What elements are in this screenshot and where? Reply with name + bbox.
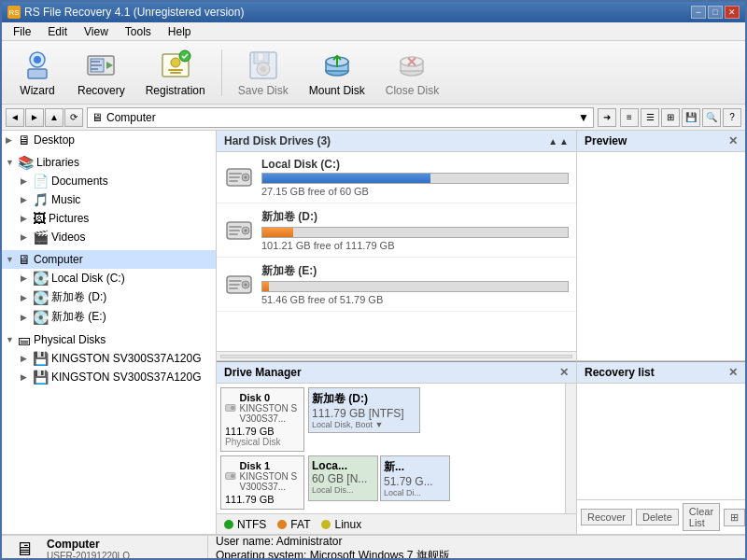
disk-0-name: Disk 0 — [240, 392, 300, 403]
drive-item-c[interactable]: Local Disk (C:) 27.15 GB free of 60 GB — [217, 152, 576, 203]
wizard-button[interactable]: Wizard — [9, 44, 65, 102]
drive-item-d[interactable]: 新加卷 (D:) 101.21 GB free of 111.79 GB — [217, 203, 576, 258]
drive-list-scroll-up[interactable]: ▲ — [559, 136, 569, 147]
nav-refresh[interactable]: ⟳ — [64, 108, 83, 127]
dm-scroll[interactable]: Disk 0 KINGSTON SV300S37... 111.79 GB Ph… — [217, 384, 565, 513]
menu-help[interactable]: Help — [161, 23, 199, 40]
tree-physical[interactable]: ▼ 🖴 Physical Disks — [2, 330, 216, 349]
minimize-button[interactable]: – — [691, 6, 706, 19]
view-save-btn[interactable]: 💾 — [682, 108, 700, 127]
preview-panel: Preview ✕ — [577, 131, 745, 360]
status-username: User name: Administrator — [216, 535, 738, 548]
tree-kingston-1-label: KINGSTON SV300S37A120G — [51, 352, 202, 365]
clear-list-button[interactable]: Clear List — [683, 503, 720, 531]
registration-button[interactable]: Registration — [137, 44, 214, 102]
svg-rect-5 — [91, 61, 100, 63]
tree-arrow-libraries: ▼ — [6, 158, 15, 167]
tree-documents[interactable]: ▶ 📄 Documents — [2, 172, 216, 190]
dm-content: Disk 0 KINGSTON SV300S37... 111.79 GB Ph… — [217, 384, 576, 513]
disk-1-part-e[interactable]: 新... 51.79 G... Local Di... — [380, 455, 450, 501]
svg-rect-27 — [229, 173, 242, 175]
legend-linux-label: Linux — [334, 518, 361, 531]
svg-point-9 — [171, 58, 180, 67]
tree-computer[interactable]: ▼ 🖥 Computer — [2, 250, 216, 269]
address-path: Computer — [106, 111, 156, 124]
tree-vol-d[interactable]: ▶ 💽 新加卷 (D:) — [2, 287, 216, 307]
drive-e-name: 新加卷 (E:) — [261, 263, 569, 279]
status-info: Computer USER-20191220LO — [47, 538, 130, 561]
tree-vol-e[interactable]: ▶ 💽 新加卷 (E:) — [2, 307, 216, 327]
menu-view[interactable]: View — [77, 23, 116, 40]
disk-1-part-c[interactable]: Loca... 60 GB [N... Local Dis... — [308, 455, 378, 501]
videos-icon: 🎬 — [33, 230, 49, 245]
drive-d-name: 新加卷 (D:) — [261, 209, 569, 225]
tree-vol-e-label: 新加卷 (E:) — [51, 309, 106, 325]
view-tiles-btn[interactable]: ⊞ — [661, 108, 680, 127]
svg-rect-7 — [91, 68, 98, 70]
maximize-button[interactable]: □ — [708, 6, 723, 19]
close-button[interactable]: ✕ — [725, 6, 740, 19]
disk-0-label: Disk 0 KINGSTON SV300S37... 111.79 GB Ph… — [220, 387, 304, 452]
disk-e-icon: 💽 — [33, 310, 49, 325]
recovery-icon — [84, 49, 118, 82]
tree-kingston-2-label: KINGSTON SV300S37A120G — [51, 371, 202, 384]
rl-extra-button[interactable]: ⊞ — [724, 509, 745, 526]
tree-music-label: Music — [51, 193, 80, 206]
status-left: 🖥 Computer USER-20191220LO — [9, 535, 196, 560]
drive-list-collapse[interactable]: ▲ — [548, 136, 557, 147]
tree-videos[interactable]: ▶ 🎬 Videos — [2, 228, 216, 246]
address-combo[interactable]: 🖥 Computer ▼ — [87, 107, 594, 128]
window-controls[interactable]: – □ ✕ — [691, 6, 740, 19]
addr-go-btn[interactable]: ➜ — [598, 108, 616, 127]
nav-back[interactable]: ◄ — [6, 108, 24, 127]
dm-close[interactable]: ✕ — [559, 366, 569, 379]
close-disk-button[interactable]: Close Disk — [377, 44, 447, 102]
recovery-button[interactable]: Recovery — [69, 44, 134, 102]
disk-0-part-d[interactable]: 新加卷 (D:) 111.79 GB [NTFS] Local Disk, Bo… — [308, 387, 420, 433]
svg-point-47 — [233, 475, 233, 476]
computer-tree-icon: 🖥 — [18, 252, 31, 267]
mount-disk-button[interactable]: Mount Disk — [301, 44, 374, 102]
drive-e-bar-bg — [261, 281, 569, 292]
menu-tools[interactable]: Tools — [118, 23, 159, 40]
nav-up[interactable]: ▲ — [45, 108, 63, 127]
rl-close[interactable]: ✕ — [728, 366, 738, 379]
legend-fat: FAT — [277, 518, 310, 531]
delete-button[interactable]: Delete — [636, 509, 679, 525]
nav-forward[interactable]: ► — [25, 108, 44, 127]
tree-local-c[interactable]: ▶ 💽 Local Disk (C:) — [2, 269, 216, 287]
dm-scrollbar[interactable] — [565, 384, 576, 513]
search-btn[interactable]: 🔍 — [702, 108, 721, 127]
tree-computer-label: Computer — [34, 253, 83, 266]
svg-point-2 — [34, 56, 41, 63]
tree-libraries[interactable]: ▼ 📚 Libraries — [2, 153, 216, 172]
save-disk-button[interactable]: Save Disk — [230, 44, 297, 102]
disk-0-part-d-tags: Local Disk, Boot ▼ — [312, 420, 416, 429]
tree-arrow-k2: ▶ — [21, 372, 30, 382]
menu-file[interactable]: File — [6, 23, 38, 40]
registration-icon — [159, 49, 192, 82]
tree-kingston-2[interactable]: ▶ 💾 KINGSTON SV300S37A120G — [2, 368, 216, 386]
recover-button[interactable]: Recover — [581, 509, 632, 525]
drive-item-e[interactable]: 新加卷 (E:) 51.46 GB free of 51.79 GB — [217, 258, 576, 312]
kingston-1-icon: 💾 — [33, 351, 49, 366]
svg-rect-11 — [170, 72, 181, 74]
addr-dropdown-icon: ▼ — [578, 111, 589, 124]
tree-pictures[interactable]: ▶ 🖼 Pictures — [2, 209, 216, 228]
preview-close[interactable]: ✕ — [728, 134, 738, 147]
view-list-btn[interactable]: ☰ — [641, 108, 659, 127]
tree-music[interactable]: ▶ 🎵 Music — [2, 190, 216, 209]
legend-linux: Linux — [321, 518, 361, 531]
help-btn[interactable]: ? — [723, 108, 741, 127]
tree-arrow-documents: ▶ — [21, 176, 30, 186]
status-right: User name: Administrator Operating syste… — [207, 535, 738, 561]
tree-desktop[interactable]: ▶ 🖥 Desktop — [2, 131, 216, 149]
view-options-btn[interactable]: ≡ — [620, 108, 639, 127]
documents-icon: 📄 — [33, 174, 49, 189]
drives-scroll[interactable]: Local Disk (C:) 27.15 GB free of 60 GB — [217, 152, 576, 351]
menu-edit[interactable]: Edit — [40, 23, 75, 40]
tree-libraries-label: Libraries — [36, 156, 79, 169]
wizard-icon — [21, 49, 54, 82]
tree-kingston-1[interactable]: ▶ 💾 KINGSTON SV300S37A120G — [2, 349, 216, 368]
desktop-icon: 🖥 — [18, 133, 31, 147]
